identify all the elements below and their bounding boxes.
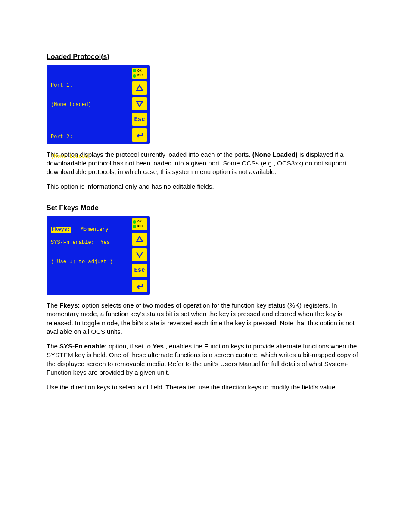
led-ok-dot <box>133 69 136 72</box>
esc-button[interactable]: Esc <box>132 113 147 126</box>
enter-icon <box>135 283 144 289</box>
lcd-line: (None Loaded) <box>51 153 128 160</box>
text: Use the direction keys to select a of fi… <box>47 383 222 391</box>
text: The <box>47 342 59 350</box>
section-label-loaded-protocols: Loaded Protocol(s) <box>47 52 364 62</box>
footer-rule <box>47 508 364 508</box>
fkeys-paragraph-3: Use the direction keys to select a of fi… <box>47 383 364 392</box>
led-run-dot <box>133 74 136 78</box>
led-run-dot <box>133 225 136 228</box>
text: option, if set to <box>109 342 153 350</box>
triangle-down-icon <box>136 100 143 107</box>
down-button[interactable] <box>132 248 147 261</box>
fkeys-bold: Fkeys: <box>59 302 80 309</box>
led-panel: OK RUN <box>132 218 147 230</box>
device-screenshot-loaded-protocols: Port 1: (None Loaded) Port 2: (None Load… <box>47 65 150 144</box>
fkeys-paragraph-2: The SYS-Fn enable: option, if set to Yes… <box>47 342 364 377</box>
device-side-panel: OK RUN Esc <box>132 68 147 142</box>
led-run-label: RUN <box>137 224 143 229</box>
led-run-label: RUN <box>137 73 143 78</box>
text: option selects one of two modes of opera… <box>47 302 355 335</box>
up-button[interactable] <box>132 233 147 246</box>
enter-button[interactable] <box>132 128 147 141</box>
sysfn-bold: SYS-Fn enable: <box>59 342 107 350</box>
lcd-hint: ( Use ↓↑ to adjust ) <box>51 259 128 265</box>
lcd-line: Port 2: <box>51 134 128 140</box>
hint-open: ( Use <box>51 259 69 265</box>
yes-bold: Yes <box>153 342 164 350</box>
led-ok-label: OK <box>137 219 142 224</box>
down-button[interactable] <box>132 97 147 110</box>
lcd-area: Port 1: (None Loaded) Port 2: (None Load… <box>49 68 129 142</box>
loaded-protocols-paragraph-2: This option is informational only and ha… <box>47 182 364 191</box>
none-loaded-bold: (None Loaded) <box>252 151 298 158</box>
lcd-selected-field: Fkeys: <box>51 227 71 233</box>
lcd-line: Fkeys: Momentary <box>51 227 128 233</box>
enter-icon <box>135 131 144 138</box>
lcd-line: Port 1: <box>51 82 128 89</box>
lcd-label: SYS-Fn enable: <box>51 240 94 246</box>
esc-button[interactable]: Esc <box>132 264 147 277</box>
fkeys-paragraph-1: The Fkeys: option selects one of two mod… <box>47 301 364 336</box>
hint-arrows-icon: ↓↑ <box>69 259 75 265</box>
triangle-up-icon <box>136 84 143 91</box>
direction-word: direction <box>222 383 246 391</box>
section-label-set-fkeys: Set Fkeys Mode <box>47 203 364 213</box>
triangle-down-icon <box>136 251 143 258</box>
lcd-line: SYS-Fn enable: Yes <box>51 240 128 246</box>
hint-close: to adjust ) <box>76 259 113 265</box>
lcd-value: Yes <box>100 240 110 246</box>
led-ok-dot <box>133 220 136 224</box>
lcd-value: Momentary <box>81 227 109 233</box>
text: The <box>47 302 59 309</box>
led-panel: OK RUN <box>132 68 147 79</box>
led-ok-label: OK <box>137 68 142 73</box>
lcd-line: (None Loaded) <box>51 102 128 108</box>
triangle-up-icon <box>136 236 143 243</box>
up-button[interactable] <box>132 81 147 94</box>
device-screenshot-fkeys: Fkeys: Momentary SYS-Fn enable: Yes ( Us… <box>47 216 150 295</box>
enter-button[interactable] <box>132 280 147 292</box>
text: keys to modify the field's value. <box>248 383 337 391</box>
lcd-area: Fkeys: Momentary SYS-Fn enable: Yes ( Us… <box>49 218 129 292</box>
device-side-panel: OK RUN Esc <box>132 218 147 292</box>
